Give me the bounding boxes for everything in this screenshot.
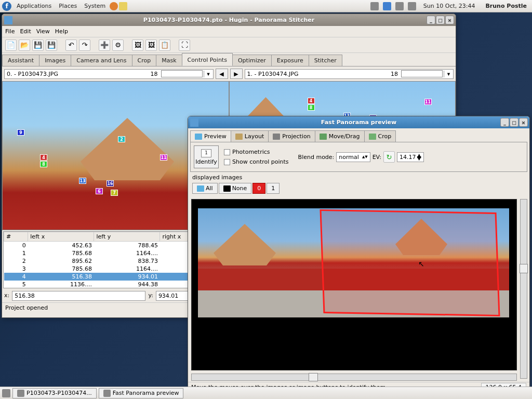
preview-app-icon [190, 118, 198, 127]
preview-task-icon [103, 390, 111, 397]
new-icon[interactable]: 📄 [5, 39, 17, 51]
task-preview[interactable]: Fast Panorama preview [99, 388, 184, 398]
right-image-count: 18 [389, 70, 400, 78]
none-button[interactable]: None [219, 183, 252, 194]
tab-stitcher[interactable]: Stitcher [309, 55, 342, 66]
right-image-name: 1. - P1030474.JPG [245, 70, 389, 78]
vfov-slider[interactable] [520, 199, 527, 379]
identify-button[interactable]: 1 Identify [194, 145, 219, 168]
tab-optimizer[interactable]: Optimizer [232, 55, 272, 66]
preview-options: 1 Identify Photometrics Show control poi… [190, 142, 527, 172]
minimize-button[interactable]: _ [500, 118, 509, 127]
open-icon[interactable]: 📂 [19, 39, 30, 51]
fedora-logo-icon: f [2, 2, 11, 11]
crop-icon [369, 134, 376, 140]
menu-system[interactable]: System [81, 2, 109, 10]
preview-canvas[interactable]: ↖ [191, 199, 517, 370]
preview-title: Fast Panorama preview [321, 119, 396, 126]
notes-launcher-icon[interactable] [119, 2, 127, 10]
ev-reset-icon[interactable]: ↻ [383, 151, 395, 163]
showcp-checkbox[interactable] [224, 159, 230, 165]
tab-exposure[interactable]: Exposure [271, 55, 309, 66]
hfov-slider[interactable] [191, 374, 517, 381]
ptab-projection[interactable]: Projection [268, 130, 315, 142]
list-icon[interactable]: 📋 [159, 39, 170, 51]
projection-icon [273, 134, 280, 140]
x-input[interactable] [12, 291, 145, 301]
chevron-down-icon[interactable]: ▾ [444, 71, 453, 77]
hugin-menubar: File Edit View Help [2, 26, 456, 37]
tab-control-points[interactable]: Control Points [182, 53, 233, 66]
task-hugin[interactable]: P1030473-P1030474... [12, 388, 97, 398]
tab-crop[interactable]: Crop [132, 55, 157, 66]
maximize-button[interactable]: □ [436, 16, 445, 24]
bluetooth-icon[interactable] [383, 2, 391, 10]
prev-pair-button[interactable]: ◀ [216, 69, 228, 79]
menu-help[interactable]: Help [55, 28, 68, 35]
tab-mask[interactable]: Mask [156, 55, 182, 66]
ev-label: EV: [373, 154, 381, 161]
all-button[interactable]: All [192, 183, 218, 194]
col-num[interactable]: # [4, 232, 28, 242]
img0-toggle[interactable]: 0 [252, 183, 265, 194]
save-icon[interactable]: 💾 [32, 39, 44, 51]
tab-camera[interactable]: Camera and Lens [71, 55, 132, 66]
maximize-button[interactable]: □ [510, 118, 518, 127]
undo-icon[interactable]: ↶ [65, 39, 77, 51]
close-button[interactable]: × [519, 118, 528, 127]
menu-places[interactable]: Places [56, 2, 80, 10]
preview1-icon[interactable]: 🖼 [132, 39, 143, 51]
photometrics-checkbox[interactable] [224, 149, 230, 155]
image-selector-row: 0. - P1030473.JPG 18 ▾ ◀ ▶ 1. - P1030474… [2, 66, 456, 81]
displayed-images-section: displayed images All None 0 1 [188, 172, 529, 196]
addimg-icon[interactable]: ➕ [99, 39, 110, 51]
tab-assistant[interactable]: Assistant [2, 55, 39, 66]
preview-tabbar: Preview Layout Projection Move/Drag Crop [188, 128, 529, 142]
battery-icon[interactable] [408, 2, 416, 10]
menu-file[interactable]: File [5, 28, 15, 35]
img1-toggle[interactable]: 1 [267, 183, 280, 194]
hugin-titlebar[interactable]: P1030473-P1030474.pto - Hugin - Panorama… [2, 14, 456, 26]
saveas-icon[interactable]: 💾 [46, 39, 57, 51]
blend-mode-select[interactable]: normal▲▼ [336, 152, 370, 162]
next-pair-button[interactable]: ▶ [230, 69, 243, 79]
minimize-button[interactable]: _ [427, 16, 435, 24]
status-text: Project opened [5, 304, 48, 311]
ptab-layout[interactable]: Layout [231, 130, 269, 142]
y-label: y: [148, 291, 153, 301]
preview-titlebar[interactable]: Fast Panorama preview _ □ × [188, 116, 529, 128]
clock[interactable]: Sun 10 Oct, 23:44 [420, 2, 478, 10]
hugin-toolbar: 📄 📂 💾 💾 ↶ ↷ ➕ ⚙ 🖼 🖼 📋 ⛶ [2, 37, 456, 53]
optimize-icon[interactable]: ⚙ [112, 39, 124, 51]
col-lefty[interactable]: left y [94, 232, 160, 242]
show-desktop-icon[interactable] [2, 389, 10, 397]
network-icon[interactable] [395, 2, 404, 10]
displayed-images-label: displayed images [192, 174, 525, 181]
left-image-count: 18 [149, 70, 160, 78]
tab-images[interactable]: Images [39, 55, 71, 66]
ptab-preview[interactable]: Preview [190, 130, 231, 142]
left-image-select[interactable]: 0. - P1030473.JPG 18 ▾ [4, 69, 214, 79]
ptab-crop[interactable]: Crop [364, 130, 396, 142]
redo-icon[interactable]: ↷ [79, 39, 90, 51]
menu-applications[interactable]: Applications [14, 2, 55, 10]
ptab-movedrag[interactable]: Move/Drag [315, 130, 365, 142]
hugin-app-icon [4, 16, 12, 24]
layout-icon [235, 134, 243, 140]
user-menu[interactable]: Bruno Postle [482, 2, 530, 10]
preview2-icon[interactable]: 🖼 [145, 39, 157, 51]
menu-view[interactable]: View [36, 28, 50, 35]
cursor-icon: ↖ [418, 260, 424, 268]
col-leftx[interactable]: left x [28, 232, 94, 242]
hugin-title: P1030473-P1030474.pto - Hugin - Panorama… [143, 17, 314, 23]
fullscreen-icon[interactable]: ⛶ [179, 39, 190, 51]
ev-spinner[interactable]: 14.17▲▼ [397, 152, 424, 162]
close-button[interactable]: × [445, 16, 454, 24]
chevron-down-icon[interactable]: ▾ [204, 71, 213, 77]
hugin-tabbar: Assistant Images Camera and Lens Crop Ma… [2, 53, 456, 66]
menu-edit[interactable]: Edit [20, 28, 31, 35]
volume-icon[interactable] [370, 2, 379, 10]
right-image-select[interactable]: 1. - P1030474.JPG 18 ▾ [245, 69, 454, 79]
firefox-launcher-icon[interactable] [110, 2, 118, 10]
showcp-label: Show control points [232, 158, 289, 165]
